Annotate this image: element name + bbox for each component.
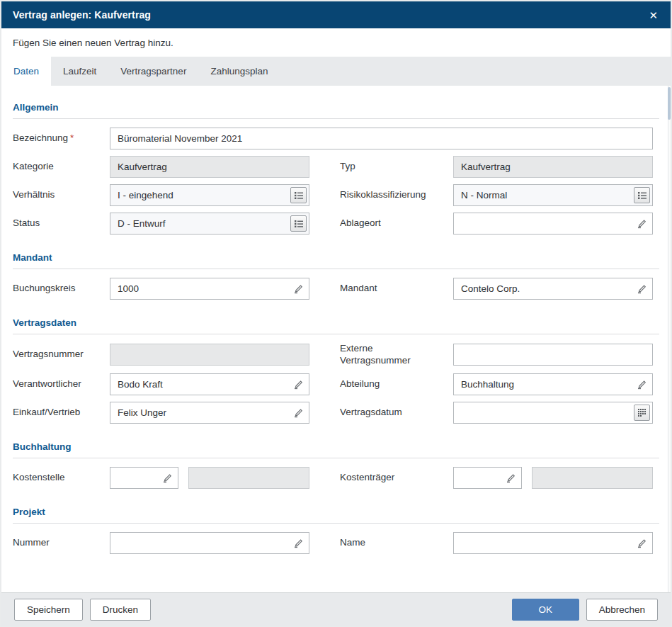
- kostentraeger-input[interactable]: [453, 467, 522, 489]
- section-divider: [13, 118, 659, 119]
- mandant-field: [453, 278, 653, 300]
- projekt-nummer-input[interactable]: [110, 532, 309, 554]
- kostentraeger-label: Kostenträger: [340, 472, 394, 482]
- dialog-titlebar: Vertrag anlegen: Kaufvertrag ✕: [1, 1, 671, 28]
- status-select-button[interactable]: [290, 215, 307, 232]
- tab-content-daten: Allgemein Bezeichnung* Kategorie Typ: [1, 86, 671, 592]
- section-divider: [13, 334, 659, 334]
- abbrechen-button[interactable]: Abbrechen: [586, 599, 658, 621]
- externe-vertragsnummer-field: [453, 344, 653, 366]
- projekt-name-label: Name: [340, 537, 365, 548]
- mandant-label: Mandant: [340, 283, 377, 293]
- section-divider: [13, 269, 659, 269]
- bezeichnung-label: Bezeichnung: [13, 132, 68, 143]
- scrollbar-track[interactable]: [668, 86, 671, 592]
- create-contract-dialog: Vertrag anlegen: Kaufvertrag ✕ Fügen Sie…: [0, 0, 672, 627]
- dialog-footer: Speichern Drucken OK Abbrechen: [1, 592, 671, 626]
- dialog-subtitle-bar: Fügen Sie einen neuen Vertrag hinzu.: [1, 28, 671, 57]
- close-icon[interactable]: ✕: [647, 7, 659, 23]
- tabbar: Daten Laufzeit Vertragspartner Zahlungsp…: [1, 57, 671, 86]
- risikoklassifizierung-input[interactable]: [453, 184, 653, 206]
- tab-daten[interactable]: Daten: [1, 57, 51, 86]
- vertragsdatum-input[interactable]: [453, 402, 653, 424]
- ok-button[interactable]: OK: [512, 599, 579, 621]
- abteilung-input[interactable]: [453, 373, 653, 395]
- required-marker: *: [70, 132, 74, 143]
- dialog-title: Vertrag anlegen: Kaufvertrag: [13, 9, 151, 21]
- verantwortlicher-label: Verantwortlicher: [13, 378, 81, 389]
- kategorie-input: [110, 156, 309, 178]
- buchungskreis-input[interactable]: [110, 278, 309, 300]
- kostentraeger-info-input: [532, 467, 653, 489]
- section-title-allgemein: Allgemein: [13, 102, 659, 113]
- status-field: [110, 213, 309, 235]
- kostenstelle-label: Kostenstelle: [13, 472, 65, 482]
- section-title-buchhaltung: Buchhaltung: [13, 441, 659, 452]
- vertragsdatum-label: Vertragsdatum: [340, 407, 402, 417]
- form-row-vertragsnummer: Vertragsnummer Externe Vertragsnummer: [13, 343, 659, 367]
- kostentraeger-field: [453, 467, 522, 489]
- bezeichnung-field: [110, 128, 653, 149]
- form-row-status-ablageort: Status Ablageort: [13, 213, 659, 235]
- form-row-verantwortlicher-abteilung: Verantwortlicher Abteilung: [13, 373, 659, 395]
- speichern-button[interactable]: Speichern: [14, 599, 83, 621]
- projekt-name-input[interactable]: [453, 532, 653, 554]
- verantwortlicher-input[interactable]: [110, 373, 309, 395]
- form-row-kategorie-typ: Kategorie Typ: [13, 156, 659, 178]
- einkauf-vertrieb-input[interactable]: [110, 402, 309, 424]
- typ-input: [453, 156, 653, 178]
- kostenstelle-field: [110, 467, 178, 489]
- risikoklassifizierung-field: [453, 184, 653, 206]
- section-title-projekt: Projekt: [13, 507, 659, 517]
- kategorie-field: [110, 156, 309, 178]
- typ-field: [453, 156, 653, 178]
- buchungskreis-label: Buchungskreis: [13, 283, 76, 293]
- dialog-subtitle: Fügen Sie einen neuen Vertrag hinzu.: [13, 38, 173, 48]
- externe-vertragsnummer-label: Externe Vertragsnummer: [340, 343, 411, 366]
- status-input[interactable]: [110, 213, 309, 235]
- ablageort-label: Ablageort: [340, 218, 381, 228]
- kostenstelle-info-input: [188, 467, 309, 489]
- ablageort-input[interactable]: [453, 213, 653, 235]
- verhaeltnis-label: Verhältnis: [13, 189, 55, 200]
- projekt-nummer-field: [110, 532, 309, 554]
- scrollbar-thumb[interactable]: [668, 87, 671, 120]
- verhaeltnis-select-button[interactable]: [290, 187, 307, 203]
- drucken-button[interactable]: Drucken: [90, 599, 151, 621]
- verantwortlicher-field: [110, 373, 309, 395]
- ablageort-field: [453, 213, 653, 235]
- tab-vertragspartner[interactable]: Vertragspartner: [108, 57, 198, 86]
- list-icon: [637, 191, 647, 200]
- vertragsnummer-input: [110, 344, 309, 366]
- form-row-kostenstelle-kostentraeger: Kostenstelle Kostenträger: [13, 467, 659, 489]
- form-row-bezeichnung: Bezeichnung*: [13, 128, 659, 149]
- abteilung-label: Abteilung: [340, 378, 380, 389]
- abteilung-field: [453, 373, 653, 395]
- section-title-mandant: Mandant: [13, 252, 659, 263]
- kostentraeger-info-field: [532, 467, 653, 489]
- vertragsnummer-label: Vertragsnummer: [13, 349, 84, 359]
- form-row-einkauf-vertragsdatum: Einkauf/Vertrieb Vertragsdatum: [13, 402, 659, 424]
- risikoklassifizierung-select-button[interactable]: [634, 187, 650, 203]
- form-row-nummer-name: Nummer Name: [13, 532, 659, 554]
- einkauf-vertrieb-field: [110, 402, 309, 424]
- risikoklassifizierung-label: Risikoklassifizierung: [340, 189, 426, 200]
- verhaeltnis-input[interactable]: [110, 184, 309, 206]
- tab-zahlungsplan[interactable]: Zahlungsplan: [198, 57, 280, 86]
- typ-label: Typ: [340, 161, 355, 171]
- form-row-verhaeltnis-risiko: Verhältnis Risikoklassifizierung: [13, 184, 659, 206]
- vertragsnummer-field: [110, 344, 309, 366]
- vertragsdatum-field: [453, 402, 653, 424]
- kostenstelle-input[interactable]: [110, 467, 178, 489]
- bezeichnung-input[interactable]: [110, 128, 653, 149]
- form-row-buchungskreis-mandant: Buchungskreis Mandant: [13, 278, 659, 300]
- vertragsdatum-datepicker-button[interactable]: [634, 405, 650, 421]
- externe-vertragsnummer-input[interactable]: [453, 344, 653, 366]
- status-label: Status: [13, 218, 40, 228]
- section-title-vertragsdaten: Vertragsdaten: [13, 317, 659, 328]
- calendar-icon: [637, 408, 647, 417]
- tab-laufzeit[interactable]: Laufzeit: [51, 57, 108, 86]
- kategorie-label: Kategorie: [13, 161, 54, 171]
- mandant-input[interactable]: [453, 278, 653, 300]
- verhaeltnis-field: [110, 184, 309, 206]
